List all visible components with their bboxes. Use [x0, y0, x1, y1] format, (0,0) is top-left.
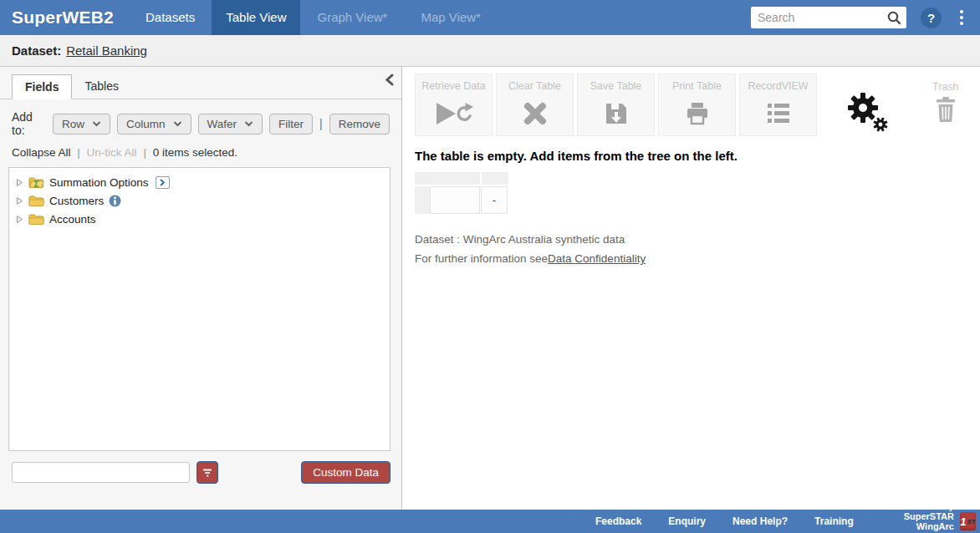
- folder-icon: [28, 195, 44, 207]
- expander-icon[interactable]: [16, 196, 23, 206]
- main-nav: Datasets Table View Graph View* Map View…: [129, 0, 498, 35]
- tree-item-summation-options[interactable]: Σ Summation Options: [13, 174, 385, 192]
- selection-row: Collapse All | Un-tick All | 0 items sel…: [12, 146, 390, 159]
- trash-icon: [932, 97, 959, 125]
- list-icon: [740, 99, 816, 128]
- placeholder-header-cell: [482, 172, 508, 185]
- kebab-menu-icon[interactable]: [948, 5, 975, 30]
- print-table-button[interactable]: Print Table: [658, 74, 736, 136]
- add-to-row-button[interactable]: Row: [53, 114, 110, 135]
- confidentiality-line: For further information seeData Confiden…: [415, 252, 980, 265]
- folder-icon: [28, 213, 44, 226]
- printer-icon: [659, 99, 735, 128]
- tree-search-input[interactable]: [12, 462, 190, 483]
- tree-item-label: Accounts: [49, 213, 96, 226]
- collapse-panel-icon[interactable]: [385, 74, 394, 89]
- dataset-link[interactable]: Retail Banking: [66, 43, 147, 58]
- chevron-down-icon: [92, 121, 101, 127]
- table-view-panel: Retrieve Data Clear Table: [402, 67, 980, 510]
- search-box[interactable]: [751, 7, 906, 28]
- nav-table-view[interactable]: Table View: [212, 0, 300, 35]
- expander-icon[interactable]: [16, 178, 23, 187]
- search-input[interactable]: [758, 11, 887, 24]
- tree-item-accounts[interactable]: Accounts: [13, 211, 385, 229]
- gears-icon: [847, 92, 889, 132]
- tree-item-label: Customers: [49, 195, 104, 207]
- filter-funnel-icon: [202, 468, 212, 477]
- item-action-arrow-icon[interactable]: [156, 176, 170, 189]
- collapse-all-link[interactable]: Collapse All: [12, 146, 71, 159]
- data-confidentiality-link[interactable]: Data Confidentiality: [548, 252, 646, 265]
- trash-button[interactable]: Trash: [932, 81, 959, 125]
- nav-map-view[interactable]: Map View*: [404, 0, 497, 35]
- app-logo: SuperWEB2: [12, 8, 114, 28]
- footer-link-feedback[interactable]: Feedback: [595, 515, 641, 527]
- add-to-wafer-button[interactable]: Wafer: [198, 114, 263, 135]
- tree-item-label: Summation Options: [49, 176, 149, 189]
- x-icon: [497, 99, 573, 128]
- footer-link-need-help[interactable]: Need Help?: [732, 515, 788, 527]
- dataset-label: Dataset:: [12, 43, 61, 58]
- items-selected-status: 0 items selected.: [153, 146, 237, 159]
- chevron-down-icon: [244, 121, 253, 127]
- placeholder-header-cell: [415, 172, 480, 185]
- add-to-row: Add to: Row Column Wafer Filter | Remove: [12, 110, 390, 137]
- placeholder-table: -: [415, 172, 980, 214]
- footer-link-enquiry[interactable]: Enquiry: [668, 515, 706, 527]
- footer-bar: Feedback Enquiry Need Help? Training Pow…: [0, 510, 980, 533]
- info-icon[interactable]: [109, 195, 121, 207]
- chevron-down-icon: [173, 121, 182, 127]
- nav-datasets[interactable]: Datasets: [129, 0, 212, 35]
- topbar-right: ?: [751, 0, 980, 35]
- table-toolbar: Retrieve Data Clear Table: [415, 74, 980, 136]
- save-icon: [578, 99, 654, 128]
- tab-fields[interactable]: Fields: [12, 74, 72, 99]
- add-to-column-button[interactable]: Column: [117, 114, 191, 135]
- add-to-filter-button[interactable]: Filter: [269, 114, 313, 135]
- help-icon[interactable]: ?: [921, 8, 942, 28]
- summation-folder-icon: Σ: [28, 176, 44, 189]
- main-area: Fields Tables Add to: Row Column Wafer F…: [0, 67, 980, 510]
- tab-tables[interactable]: Tables: [72, 74, 130, 99]
- footer-links: Feedback Enquiry Need Help? Training: [595, 515, 880, 527]
- placeholder-body-cell: [430, 186, 480, 214]
- remove-button[interactable]: Remove: [329, 114, 390, 135]
- svg-text:Σ: Σ: [33, 180, 38, 189]
- tree-filter-button[interactable]: [197, 461, 218, 484]
- untick-all-link[interactable]: Un-tick All: [87, 146, 137, 159]
- expander-icon[interactable]: [16, 215, 23, 224]
- powered-by-text: Powered by SuperSTAR WingArc Australia: [880, 501, 954, 533]
- tree-item-customers[interactable]: Customers: [13, 192, 385, 211]
- tree-search-row: Custom Data: [12, 461, 390, 484]
- clear-table-button[interactable]: Clear Table: [496, 74, 574, 136]
- table-options-button[interactable]: [847, 92, 889, 135]
- save-table-button[interactable]: Save Table: [577, 74, 655, 136]
- placeholder-stub-cell: [415, 186, 430, 214]
- panel-tabs: Fields Tables: [0, 67, 401, 99]
- placeholder-value-cell: -: [481, 186, 508, 214]
- empty-table-message: The table is empty. Add items from the t…: [415, 149, 980, 163]
- button-separator: |: [319, 117, 323, 130]
- footer-link-training[interactable]: Training: [814, 515, 854, 527]
- field-tree: Σ Summation Options Customers: [8, 167, 390, 451]
- nav-graph-view[interactable]: Graph View*: [300, 0, 404, 35]
- dataset-info-text: Dataset : WingArc Australia synthetic da…: [415, 233, 980, 246]
- dataset-bar: Dataset: Retail Banking: [0, 35, 980, 67]
- search-icon[interactable]: [887, 11, 901, 25]
- add-to-label: Add to:: [12, 110, 46, 137]
- superstar-1st-logo: 1ST: [960, 512, 976, 530]
- field-tree-panel: Fields Tables Add to: Row Column Wafer F…: [0, 67, 402, 510]
- custom-data-button[interactable]: Custom Data: [301, 461, 390, 484]
- play-refresh-icon: [416, 99, 492, 128]
- top-navbar: SuperWEB2 Datasets Table View Graph View…: [0, 0, 980, 35]
- retrieve-data-button[interactable]: Retrieve Data: [415, 74, 493, 136]
- recordview-button[interactable]: RecordVIEW: [739, 74, 817, 136]
